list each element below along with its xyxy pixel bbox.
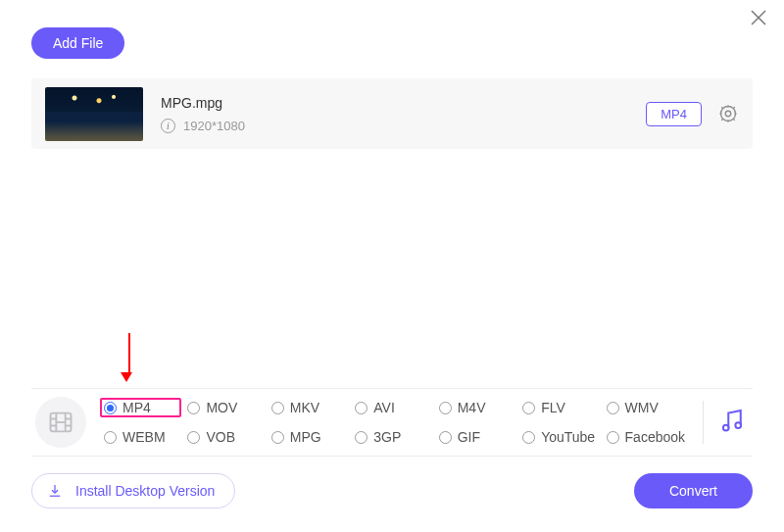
file-dimensions: 1920*1080 [183, 119, 245, 133]
svg-point-3 [720, 106, 735, 121]
format-option-label: VOB [206, 429, 235, 445]
format-option-mkv[interactable]: MKV [268, 398, 349, 417]
format-option-label: MPG [290, 429, 321, 445]
format-option-label: 3GP [373, 429, 401, 445]
install-desktop-label: Install Desktop Version [75, 483, 215, 499]
radio-icon [355, 402, 368, 414]
close-icon [749, 8, 768, 27]
radio-icon [187, 431, 200, 444]
radio-icon [271, 431, 284, 444]
svg-point-13 [735, 422, 741, 428]
annotation-arrow [125, 333, 132, 382]
svg-point-2 [725, 111, 731, 117]
format-option-label: Facebook [625, 429, 685, 445]
video-thumbnail [45, 87, 143, 141]
gear-icon [717, 103, 739, 124]
close-button[interactable] [749, 8, 768, 27]
radio-icon [607, 431, 619, 444]
format-option-gif[interactable]: GIF [435, 427, 516, 447]
film-icon [47, 409, 74, 436]
info-icon: i [161, 119, 175, 133]
format-option-mpg[interactable]: MPG [268, 427, 349, 447]
file-card: MPG.mpg i 1920*1080 MP4 [31, 78, 753, 149]
radio-icon [355, 431, 368, 444]
radio-icon [439, 402, 452, 414]
target-format-badge[interactable]: MP4 [646, 102, 702, 126]
radio-icon [439, 431, 452, 444]
install-desktop-button[interactable]: Install Desktop Version [31, 473, 235, 508]
format-option-label: MP4 [122, 400, 151, 415]
svg-point-12 [723, 425, 729, 431]
music-icon [717, 406, 747, 435]
format-option-webm[interactable]: WEBM [100, 427, 181, 447]
format-option-wmv[interactable]: WMV [603, 398, 689, 417]
file-dimensions-row: i 1920*1080 [161, 119, 646, 133]
radio-icon [104, 402, 117, 414]
divider [703, 401, 704, 444]
radio-icon [104, 431, 117, 444]
format-option-flv[interactable]: FLV [518, 398, 600, 417]
format-option-label: FLV [541, 400, 565, 415]
format-option-label: AVI [373, 400, 395, 415]
format-option-label: WEBM [122, 429, 166, 445]
format-option-label: YouTube [541, 429, 595, 445]
settings-button[interactable] [717, 103, 739, 124]
radio-icon [522, 402, 535, 414]
format-option-youtube[interactable]: YouTube [518, 427, 600, 447]
radio-icon [271, 402, 284, 414]
format-option-mov[interactable]: MOV [183, 398, 265, 417]
format-panel: MP4MOVMKVAVIM4VFLVWMVWEBMVOBMPG3GPGIFYou… [31, 388, 753, 457]
format-option-m4v[interactable]: M4V [435, 398, 516, 417]
format-option-mp4[interactable]: MP4 [100, 398, 181, 417]
format-option-label: WMV [625, 400, 659, 415]
video-category-button[interactable] [35, 397, 86, 448]
format-option-avi[interactable]: AVI [351, 398, 432, 417]
radio-icon [522, 431, 535, 444]
format-option-label: MKV [290, 400, 319, 415]
radio-icon [187, 402, 200, 414]
format-grid: MP4MOVMKVAVIM4VFLVWMVWEBMVOBMPG3GPGIFYou… [100, 398, 689, 447]
format-option-facebook[interactable]: Facebook [603, 427, 689, 447]
audio-category-button[interactable] [717, 406, 747, 439]
format-option-vob[interactable]: VOB [183, 427, 265, 447]
convert-button[interactable]: Convert [634, 473, 753, 508]
radio-icon [607, 402, 619, 414]
add-file-button[interactable]: Add File [31, 27, 124, 59]
file-meta: MPG.mpg i 1920*1080 [161, 95, 646, 133]
format-option-3gp[interactable]: 3GP [351, 427, 432, 447]
download-icon [46, 482, 64, 500]
format-option-label: M4V [458, 400, 486, 415]
format-option-label: GIF [458, 429, 480, 445]
file-name: MPG.mpg [161, 95, 646, 111]
format-option-label: MOV [206, 400, 237, 415]
